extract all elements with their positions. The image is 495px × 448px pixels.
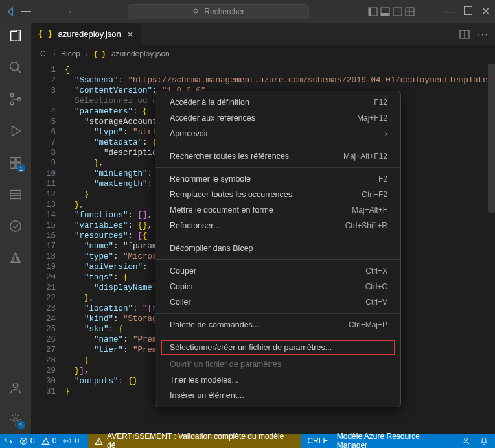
minimap-scrollbar[interactable] [486, 62, 495, 434]
source-control-icon[interactable] [8, 91, 23, 107]
search-activity-icon[interactable] [8, 60, 23, 75]
breadcrumb[interactable]: C: › Bicep › { } azuredeploy.json [31, 45, 495, 62]
menu-goto-references[interactable]: Accéder aux référencesMaj+F12 [155, 110, 400, 126]
svg-point-11 [10, 102, 14, 105]
svg-point-10 [10, 93, 14, 97]
explorer-icon[interactable] [8, 28, 23, 43]
status-radio-tower-icon[interactable]: 0 [63, 436, 79, 445]
layout-controls[interactable] [368, 7, 415, 16]
menu-separator [155, 259, 400, 260]
menu-open-param-file: Ouvrir un fichier de paramètres [155, 357, 400, 372]
breadcrumb-seg[interactable]: azuredeploy.json [111, 49, 170, 58]
svg-point-27 [67, 440, 69, 442]
title-bar: ← → Rechercher ― ✕ [0, 0, 495, 23]
svg-point-9 [10, 62, 19, 71]
svg-point-12 [17, 98, 21, 101]
svg-point-29 [98, 443, 99, 443]
status-bell-icon[interactable] [479, 436, 489, 445]
menu-peek[interactable]: Apercevoir› [155, 126, 400, 141]
menu-insert-item[interactable]: Insérer un élément... [155, 388, 400, 403]
svg-point-0 [194, 9, 198, 13]
svg-rect-15 [10, 163, 15, 168]
svg-point-22 [13, 383, 17, 388]
window-close-icon[interactable]: ✕ [481, 5, 490, 18]
menu-replace-all[interactable]: Remplacer toutes les occurrencesCtrl+F2 [155, 187, 400, 202]
nav-forward-icon[interactable]: → [87, 6, 96, 16]
nav-back-icon[interactable]: ← [67, 6, 76, 16]
menu-refactor[interactable]: Refactoriser...Ctrl+Shift+R [155, 218, 400, 233]
status-feedback-icon[interactable] [461, 436, 470, 445]
menu-select-create-param-file[interactable]: Sélectionner/créer un fichier de paramèt… [161, 340, 395, 355]
svg-rect-2 [369, 8, 371, 16]
status-validation-warning[interactable]: AVERTISSEMENT : Validation complète du m… [88, 434, 301, 448]
chevron-right-icon: › [385, 129, 387, 138]
split-editor-icon[interactable] [459, 30, 470, 39]
menu-format-document[interactable]: Mettre le document en formeMaj+Alt+F [155, 202, 400, 218]
menu-separator [155, 313, 400, 314]
extensions-icon[interactable]: 1 [8, 155, 23, 171]
status-errors[interactable]: 0 [19, 436, 35, 445]
svg-rect-14 [10, 158, 15, 162]
svg-rect-5 [393, 8, 402, 16]
breadcrumb-seg[interactable]: Bicep [61, 49, 80, 58]
svg-rect-17 [16, 158, 21, 162]
tab-close-icon[interactable]: ✕ [126, 29, 134, 40]
remote-indicator[interactable] [4, 436, 13, 445]
activity-bar: 1 1 [0, 23, 31, 434]
status-eol[interactable]: CRLF [307, 436, 327, 445]
menu-goto-definition[interactable]: Accéder à la définitionF12 [155, 95, 400, 110]
testing-icon[interactable] [8, 218, 23, 234]
svg-rect-4 [381, 13, 389, 16]
chevron-right-icon: › [86, 49, 88, 58]
menu-command-palette[interactable]: Palette de commandes...Ctrl+Maj+P [155, 317, 400, 333]
tab-bar: { } azuredeploy.json ✕ ··· [31, 23, 495, 45]
menu-decompile-bicep[interactable]: Décompiler dans Bicep [155, 241, 400, 256]
tab-more-icon[interactable]: ··· [478, 29, 489, 39]
window-maximize-icon[interactable] [464, 6, 472, 17]
menu-separator [155, 145, 400, 145]
status-bar: 0 0 0 AVERTISSEMENT : Validation complèt… [0, 434, 495, 448]
svg-point-30 [465, 438, 468, 441]
layout-right-icon[interactable] [393, 7, 402, 16]
svg-point-23 [14, 418, 17, 421]
command-center-search[interactable]: Rechercher [128, 4, 309, 19]
context-menu: Accéder à la définitionF12 Accéder aux r… [155, 91, 401, 407]
layout-left-icon[interactable] [368, 7, 378, 16]
vscode-logo-icon [5, 6, 16, 17]
accounts-icon[interactable] [8, 380, 23, 395]
menu-separator [155, 167, 400, 168]
svg-point-21 [10, 221, 21, 232]
menu-sort-templates[interactable]: Trier les modèles... [155, 372, 400, 388]
tab-filename: azuredeploy.json [58, 29, 121, 39]
hamburger-menu-icon[interactable] [21, 6, 31, 17]
status-language-mode[interactable]: Modèle Azure Resource Manager [337, 432, 452, 448]
nav-back-forward: ← → [67, 6, 96, 16]
settings-gear-icon[interactable]: 1 [8, 412, 23, 427]
tab-azuredeploy[interactable]: { } azuredeploy.json ✕ [31, 23, 141, 45]
layout-bottom-icon[interactable] [380, 7, 390, 16]
extensions-badge: 1 [17, 164, 25, 172]
line-gutter: 1234567891011121314151617181920212223242… [31, 65, 65, 434]
svg-point-13 [12, 135, 13, 136]
menu-separator [155, 237, 400, 237]
menu-separator [155, 336, 400, 336]
menu-cut[interactable]: CouperCtrl+X [155, 263, 400, 279]
run-debug-icon[interactable] [8, 123, 23, 139]
search-icon [192, 8, 200, 16]
menu-paste[interactable]: CollerCtrl+V [155, 294, 400, 310]
window-minimize-icon[interactable]: ― [444, 6, 455, 18]
azure-icon[interactable] [8, 250, 23, 266]
menu-copy[interactable]: CopierCtrl+C [155, 279, 400, 294]
arm-templates-icon[interactable] [8, 187, 23, 202]
json-file-icon: { } [93, 50, 106, 58]
menu-rename-symbol[interactable]: Renommer le symboleF2 [155, 171, 400, 187]
search-placeholder: Rechercher [204, 7, 244, 16]
layout-custom-icon[interactable] [405, 7, 415, 16]
settings-badge: 1 [17, 421, 25, 429]
menu-find-all-references[interactable]: Rechercher toutes les référencesMaj+Alt+… [155, 148, 400, 164]
json-file-icon: { } [38, 29, 52, 39]
svg-rect-18 [10, 191, 21, 199]
chevron-right-icon: › [53, 49, 56, 58]
breadcrumb-seg[interactable]: C: [40, 49, 48, 58]
status-warnings[interactable]: 0 [41, 436, 57, 445]
